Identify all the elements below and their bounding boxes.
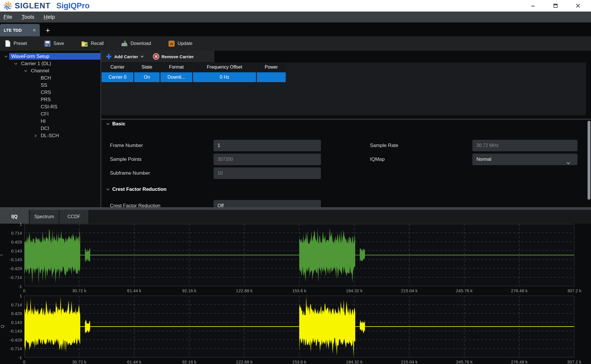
tab-close-icon[interactable]: ✕: [32, 28, 36, 33]
save-button[interactable]: Save: [44, 40, 64, 47]
x-tick-label: 276.48 k: [511, 288, 528, 293]
tree-item-label: WaveForm Setup: [9, 53, 100, 60]
menu-bar: FileToolsHelp: [0, 12, 591, 22]
chevron-down-icon: [106, 187, 110, 191]
tree-item-label: BCH: [39, 75, 53, 81]
x-tick-label: 307.2 k: [567, 359, 581, 364]
column-header-power: Power: [257, 63, 286, 72]
frame-number-input[interactable]: [214, 140, 321, 151]
carrier-row-cell[interactable]: [257, 72, 286, 82]
tree-item-crs[interactable]: CRS: [0, 89, 100, 96]
crest-factor-reduction-select[interactable]: Off: [214, 200, 321, 207]
horizontal-splitter[interactable]: [0, 207, 591, 210]
toolbar-button-label: Download: [130, 41, 151, 46]
y-tick-label: 0.143: [11, 248, 22, 253]
tree-item-hi[interactable]: HI: [0, 118, 100, 125]
tree-item-label: DL-SCH: [39, 132, 61, 139]
carrier-row-cell[interactable]: Carrier 0: [102, 72, 133, 82]
update-w-icon: W: [168, 40, 175, 47]
new-tab-button[interactable]: +: [46, 27, 50, 34]
remove-carrier-button[interactable]: Remove Carrier: [153, 53, 194, 60]
field-label: Sample Rate: [370, 143, 472, 148]
chevron-down-icon[interactable]: [23, 69, 29, 73]
sample-rate-input[interactable]: [472, 140, 577, 151]
tree-item-label: CRS: [39, 89, 53, 96]
x-tick-label: 61.44 k: [127, 359, 141, 364]
x-tick-label: 0: [23, 359, 25, 364]
tree-item-channel[interactable]: Channel: [0, 67, 100, 74]
chevron-right-icon[interactable]: [32, 134, 39, 138]
toolbar-button-label: Recall: [91, 41, 104, 46]
tree-item-bch[interactable]: BCH: [0, 74, 100, 82]
analysis-tab-bar: I|QSpectrumCCDF: [0, 210, 591, 224]
tree-item-cfi[interactable]: CFI: [0, 110, 100, 118]
remove-carrier-label: Remove Carrier: [162, 54, 194, 59]
crest-section-header[interactable]: Crest Factor Reduction: [106, 186, 167, 192]
menu-item-tools[interactable]: Tools: [22, 14, 34, 20]
download-button[interactable]: Download: [121, 40, 151, 47]
tree-item-ss[interactable]: SS: [0, 82, 100, 89]
document-tab-strip: LTE TDD ✕ +: [0, 22, 591, 36]
x-tick-label: 61.44 k: [127, 288, 141, 293]
chevron-down-icon: [140, 55, 144, 58]
folder-recall-icon: [81, 40, 88, 47]
window-controls: [530, 3, 591, 8]
document-icon: [5, 40, 11, 47]
recall-button[interactable]: Recall: [81, 40, 104, 47]
i-plot-y-axis: 10.7140.4290.143-0.143-0.429-0.714-1I: [0, 224, 23, 286]
analysis-tab-ccdf[interactable]: CCDF: [59, 210, 88, 224]
chevron-down-icon[interactable]: [13, 62, 19, 66]
q-plot-y-axis: 10.7140.4290.143-0.143-0.429-0.714-1Q: [0, 296, 23, 357]
y-tick-label: -0.143: [10, 329, 22, 333]
tree-item-waveform-setup[interactable]: WaveForm Setup: [0, 53, 100, 60]
carrier-row-cell[interactable]: Downli...: [160, 72, 192, 82]
tree-item-label: DCI: [39, 125, 51, 132]
tree-item-dl-sch[interactable]: DL-SCH: [0, 132, 100, 139]
tree-item-dci[interactable]: DCI: [0, 125, 100, 132]
close-icon: [575, 3, 581, 8]
x-tick-label: 0: [23, 288, 25, 293]
i-plot: [24, 224, 574, 286]
menu-item-file[interactable]: File: [3, 14, 12, 20]
add-carrier-button[interactable]: Add Carrier: [105, 53, 144, 60]
iqmap-select[interactable]: Normal: [472, 154, 577, 165]
x-tick-label: 153.6 k: [292, 359, 306, 364]
sample-points-input[interactable]: [214, 154, 321, 165]
tree-item-csi-rs[interactable]: CSI-RS: [0, 103, 100, 110]
subframe-number-input[interactable]: [214, 167, 321, 179]
carrier-toolbar: Add Carrier Remove Carrier: [101, 51, 214, 62]
x-tick-label: 30.72 k: [72, 288, 86, 293]
q-plot-row: 10.7140.4290.143-0.143-0.429-0.714-1Q: [0, 296, 591, 357]
maximize-button[interactable]: [553, 3, 558, 8]
properties-scrollbar[interactable]: [588, 121, 590, 200]
main-area: WaveForm SetupCarrier 1 (DL)ChannelBCHSS…: [0, 51, 591, 207]
carrier-row-cell[interactable]: On: [134, 72, 160, 82]
minimize-button[interactable]: [530, 3, 536, 8]
analysis-tab-spectrum[interactable]: Spectrum: [30, 210, 59, 224]
toolbar-button-label: Update: [177, 41, 192, 46]
select-value: Off: [218, 203, 224, 207]
x-tick-label: 184.32 k: [346, 288, 363, 293]
x-tick-label: 153.6 k: [292, 288, 306, 293]
tree-item-prs[interactable]: PRS: [0, 96, 100, 103]
floppy-icon: [44, 40, 51, 47]
field-row-sample-rate: Sample Rate: [370, 139, 577, 152]
maximize-icon: [553, 3, 558, 8]
carrier-table-row[interactable]: Carrier 0OnDownli...0 Hz: [102, 72, 586, 82]
table-properties-divider[interactable]: [101, 119, 591, 120]
tree-item-carrier-1-dl-[interactable]: Carrier 1 (DL): [0, 60, 100, 67]
tab-lte-tdd[interactable]: LTE TDD ✕: [0, 24, 40, 36]
analysis-tab-i-q[interactable]: I|Q: [0, 210, 29, 224]
preset-button[interactable]: Preset: [5, 40, 27, 47]
column-header-state: State: [134, 63, 160, 72]
basic-right-fields: Sample RateIQMapNormal: [370, 139, 577, 166]
field-label: Frame Number: [110, 143, 214, 148]
update-button[interactable]: WUpdate: [168, 40, 192, 47]
y-tick-label: -0.714: [10, 346, 22, 351]
close-button[interactable]: [575, 3, 581, 8]
carrier-row-cell[interactable]: 0 Hz: [193, 72, 256, 82]
menu-item-help[interactable]: Help: [44, 14, 55, 20]
chevron-down-icon[interactable]: [3, 54, 9, 59]
x-tick-label: 92.16 k: [182, 359, 196, 364]
basic-section-header[interactable]: Basic: [106, 121, 125, 127]
